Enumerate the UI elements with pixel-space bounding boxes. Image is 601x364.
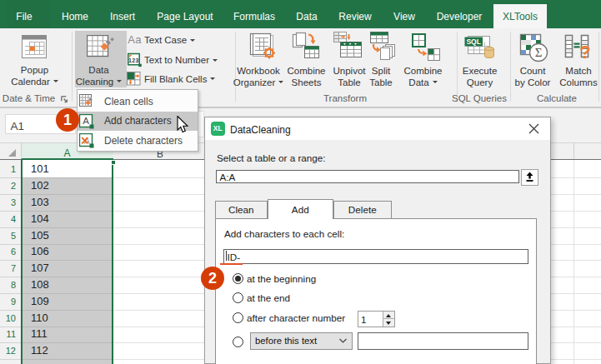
svg-text:123: 123 — [128, 57, 139, 63]
svg-text:?: ? — [579, 42, 590, 62]
svg-text:A: A — [83, 116, 89, 126]
svg-text:Σ: Σ — [535, 46, 543, 59]
svg-text:SQL: SQL — [466, 37, 480, 46]
